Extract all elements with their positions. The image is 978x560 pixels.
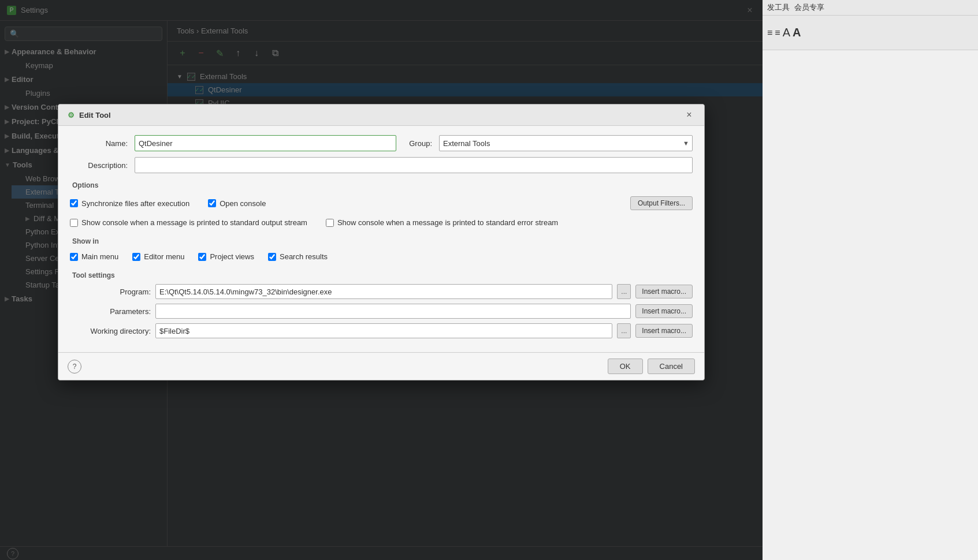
modal-overlay: ⚙ Edit Tool × Name: Group: External Tool… <box>0 0 763 560</box>
working-dir-row: Working directory: ... Insert macro... <box>70 323 693 338</box>
show-console-stdout-text: Show console when a message is printed t… <box>81 218 307 227</box>
show-console-stdout-checkbox[interactable] <box>70 219 78 227</box>
program-label: Program: <box>70 288 151 296</box>
project-views-checkbox[interactable] <box>198 253 206 261</box>
program-browse-button[interactable]: ... <box>617 284 631 299</box>
description-label: Description: <box>70 161 128 170</box>
search-results-checkbox-label[interactable]: Search results <box>268 252 328 261</box>
text-tool-4: A <box>793 26 801 39</box>
editor-menu-label: Editor menu <box>144 252 184 261</box>
main-menu-label: Main menu <box>81 252 118 261</box>
name-group-row: Name: Group: External Tools ▼ <box>70 135 693 151</box>
parameters-row: Parameters: Insert macro... <box>70 304 693 319</box>
editor-menu-checkbox-label[interactable]: Editor menu <box>132 252 184 261</box>
edit-tool-modal: ⚙ Edit Tool × Name: Group: External Tool… <box>58 104 705 380</box>
show-in-row: Main menu Editor menu Project views Sear… <box>70 250 693 263</box>
modal-icon: ⚙ <box>68 111 75 120</box>
group-label: Group: <box>403 139 432 148</box>
modal-title: ⚙ Edit Tool <box>68 111 111 120</box>
program-input[interactable] <box>155 284 612 299</box>
group-select-wrapper: External Tools ▼ <box>439 135 693 151</box>
show-in-section-header: Show in <box>70 237 693 245</box>
project-views-checkbox-label[interactable]: Project views <box>198 252 254 261</box>
right-panel-item-1[interactable]: 发工具 <box>767 2 790 13</box>
options-section-header: Options <box>70 181 693 189</box>
main-menu-checkbox-label[interactable]: Main menu <box>70 252 118 261</box>
open-console-checkbox-label[interactable]: Open console <box>208 199 266 208</box>
ok-button[interactable]: OK <box>608 359 643 374</box>
sync-files-label: Synchronize files after execution <box>81 199 189 208</box>
show-console-stderr-text: Show console when a message is printed t… <box>337 218 558 227</box>
footer-buttons: OK Cancel <box>608 359 695 374</box>
search-results-checkbox[interactable] <box>268 253 276 261</box>
working-dir-insert-macro-button[interactable]: Insert macro... <box>635 324 693 338</box>
sync-files-checkbox[interactable] <box>70 199 78 207</box>
modal-title-text: Edit Tool <box>79 111 111 120</box>
show-console-stderr-label[interactable]: Show console when a message is printed t… <box>326 218 558 227</box>
group-select[interactable]: External Tools <box>439 135 693 151</box>
right-panel-text-toolbar: ≡ ≡ A A <box>763 16 978 50</box>
text-tool-2: ≡ <box>775 28 780 38</box>
search-results-label: Search results <box>280 252 328 261</box>
modal-footer: ? OK Cancel <box>58 352 704 380</box>
show-console-stderr-checkbox[interactable] <box>326 219 334 227</box>
editor-menu-checkbox[interactable] <box>132 253 140 261</box>
right-panel-toolbar: 发工具 会员专享 <box>763 0 978 16</box>
working-dir-browse-button[interactable]: ... <box>617 323 631 338</box>
modal-header: ⚙ Edit Tool × <box>58 104 704 126</box>
help-button[interactable]: ? <box>68 360 81 374</box>
program-insert-macro-button[interactable]: Insert macro... <box>635 285 693 298</box>
text-tool-1: ≡ <box>767 28 772 38</box>
modal-body: Name: Group: External Tools ▼ Descriptio… <box>58 126 704 352</box>
sync-files-checkbox-label[interactable]: Synchronize files after execution <box>70 199 189 208</box>
parameters-input[interactable] <box>155 304 631 319</box>
program-row: Program: ... Insert macro... <box>70 284 693 299</box>
right-panel-item-2[interactable]: 会员专享 <box>794 2 824 13</box>
output-filters-button[interactable]: Output Filters... <box>630 196 693 210</box>
description-row: Description: <box>70 157 693 173</box>
name-input[interactable] <box>135 135 396 151</box>
project-views-label: Project views <box>210 252 254 261</box>
open-console-label: Open console <box>220 199 266 208</box>
options-row-2: Show console when a message is printed t… <box>70 216 693 229</box>
cancel-button[interactable]: Cancel <box>648 359 695 374</box>
show-console-stdout-label[interactable]: Show console when a message is printed t… <box>70 218 307 227</box>
main-menu-checkbox[interactable] <box>70 253 78 261</box>
right-panel: 发工具 会员专享 ≡ ≡ A A <box>763 0 978 560</box>
text-tool-3: A <box>783 26 790 39</box>
options-row-1: Synchronize files after execution Open c… <box>70 194 693 212</box>
name-label: Name: <box>70 139 128 148</box>
parameters-insert-macro-button[interactable]: Insert macro... <box>635 304 693 318</box>
open-console-checkbox[interactable] <box>208 199 216 207</box>
working-dir-label: Working directory: <box>70 327 151 335</box>
working-dir-input[interactable] <box>155 323 612 338</box>
modal-close-button[interactable]: × <box>683 109 695 121</box>
description-input[interactable] <box>135 157 693 173</box>
parameters-label: Parameters: <box>70 307 151 316</box>
tool-settings-section-header: Tool settings <box>70 271 693 279</box>
